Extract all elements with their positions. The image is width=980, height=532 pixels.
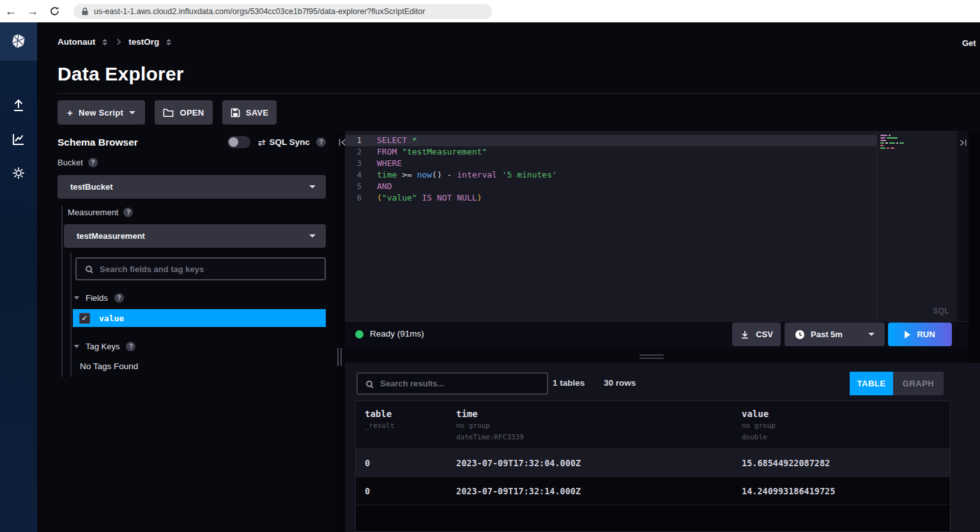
save-icon: [231, 108, 240, 118]
field-item-label: value: [99, 314, 124, 323]
header-right-text[interactable]: Get: [962, 38, 976, 48]
code-line[interactable]: 3WHERE: [345, 158, 877, 169]
folder-icon: [163, 108, 174, 118]
fields-section-toggle[interactable]: Fields ?: [74, 293, 124, 303]
browser-back-icon[interactable]: ←: [0, 4, 22, 19]
address-bar[interactable]: us-east-1-1.aws.cloud2.influxdata.com/or…: [73, 4, 492, 19]
results-search-input[interactable]: Search results...: [356, 372, 548, 395]
time-range-dropdown[interactable]: Past 5m: [785, 323, 885, 346]
table-cell: 2023-07-09T17:32:04.000Z: [456, 458, 581, 468]
time-range-value: Past 5m: [811, 330, 843, 339]
sync-arrows-icon: ⇄: [258, 137, 266, 148]
code-text: WHERE: [377, 158, 402, 169]
influxdb-logo[interactable]: [0, 22, 37, 61]
chevron-down-icon: [309, 234, 316, 238]
tag-keys-section-toggle[interactable]: Tag Keys ?: [74, 342, 135, 351]
suborg-switcher-icon[interactable]: [166, 39, 171, 45]
table-cell: 0: [365, 458, 370, 468]
measurement-dropdown[interactable]: testMeasurement: [64, 224, 326, 248]
code-line[interactable]: 5AND: [345, 181, 877, 192]
code-line[interactable]: 4time >= now() - interval '5 minutes': [345, 169, 877, 181]
code-line[interactable]: 1SELECT *: [345, 135, 877, 146]
line-number: 3: [345, 158, 371, 169]
schema-search-input[interactable]: Search fields and tag keys: [75, 257, 326, 280]
chevron-down-icon: [309, 185, 316, 188]
tag-keys-label: Tag Keys: [86, 342, 119, 351]
horizontal-splitter[interactable]: [639, 354, 664, 361]
tag-keys-help-icon[interactable]: ?: [126, 342, 135, 351]
editor-right-strip: [957, 131, 969, 321]
schema-browser-title: Schema Browser: [57, 137, 138, 148]
breadcrumb-suborg[interactable]: testOrg: [128, 37, 159, 47]
browser-toolbar: ← → us-east-1-1.aws.cloud2.influxdata.co…: [0, 0, 980, 22]
clock-icon: [795, 330, 805, 340]
bucket-dropdown[interactable]: testBucket: [57, 175, 326, 199]
vertical-splitter[interactable]: [335, 131, 345, 532]
page-title: Data Explorer: [57, 63, 184, 85]
sql-sync-help-icon[interactable]: ?: [316, 137, 326, 147]
sql-editor[interactable]: 1SELECT *2FROM "testMeasurement"3WHERE4t…: [345, 131, 957, 321]
run-button[interactable]: RUN: [888, 323, 952, 346]
table-cell: 2023-07-09T17:32:14.000Z: [456, 486, 581, 496]
fields-help-icon[interactable]: ?: [114, 293, 124, 303]
bucket-label-row: Bucket ?: [57, 158, 98, 167]
table-row[interactable]: 02023-07-09T17:32:04.000Z15.685449220872…: [356, 449, 950, 477]
editor-language-label: SQL: [933, 307, 949, 315]
schema-search-placeholder: Search fields and tag keys: [100, 264, 204, 274]
data-explorer-nav-icon[interactable]: [0, 132, 37, 146]
collapse-caret-icon: [74, 345, 79, 348]
tab-graph[interactable]: GRAPH: [893, 372, 944, 395]
editor-minimap[interactable]: [880, 135, 919, 150]
title-divider: [57, 93, 980, 94]
results-search-placeholder: Search results...: [380, 379, 444, 388]
minimap-divider: [877, 131, 877, 321]
sql-sync-toggle[interactable]: [227, 136, 250, 148]
no-tags-text: No Tags Found: [80, 361, 138, 371]
lock-icon: [81, 7, 89, 16]
schema-browser-header: Schema Browser ⇄ SQL Sync ?: [57, 136, 326, 148]
breadcrumb-org[interactable]: Autonaut: [57, 37, 95, 47]
play-icon: [905, 331, 910, 338]
field-checkbox[interactable]: ✓: [79, 313, 90, 324]
org-switcher-icon[interactable]: [102, 39, 107, 45]
field-item-value[interactable]: ✓ value: [73, 309, 326, 327]
fields-label: Fields: [86, 293, 108, 303]
open-button[interactable]: OPEN: [155, 100, 213, 125]
bucket-selected-value: testBucket: [70, 182, 112, 192]
search-icon: [86, 266, 92, 272]
sql-sync-label: SQL Sync: [269, 137, 310, 147]
csv-label: CSV: [756, 330, 773, 339]
upload-nav-icon[interactable]: [0, 98, 37, 113]
browser-forward-icon[interactable]: →: [22, 4, 43, 19]
save-label: SAVE: [246, 108, 269, 118]
browser-reload-icon[interactable]: [43, 6, 65, 17]
table-cell: 0: [365, 486, 370, 496]
bucket-help-icon[interactable]: ?: [88, 158, 98, 167]
csv-download-button[interactable]: CSV: [732, 323, 781, 346]
plus-icon: +: [67, 107, 73, 118]
bucket-label: Bucket: [57, 158, 83, 167]
measurement-help-icon[interactable]: ?: [123, 208, 133, 217]
tables-count: 1 tables: [553, 378, 585, 388]
open-label: OPEN: [180, 108, 204, 118]
code-line[interactable]: 6("value" IS NOT NULL): [345, 192, 877, 204]
code-lines: 1SELECT *2FROM "testMeasurement"3WHERE4t…: [345, 135, 877, 204]
code-text: AND: [377, 181, 392, 192]
new-script-label: New Script: [79, 108, 123, 118]
table-row[interactable]: 02023-07-09T17:32:14.000Z14.240993186419…: [356, 477, 950, 505]
tab-table[interactable]: TABLE: [850, 372, 893, 395]
line-number: 1: [345, 135, 371, 146]
settings-gear-icon[interactable]: [0, 166, 37, 180]
breadcrumb: Autonaut testOrg: [57, 37, 171, 47]
save-button[interactable]: SAVE: [222, 100, 277, 125]
collapse-right-icon[interactable]: [958, 138, 968, 148]
status-text: Ready (91ms): [370, 329, 424, 338]
code-line[interactable]: 2FROM "testMeasurement": [345, 146, 877, 158]
download-icon: [740, 330, 750, 340]
rows-count: 30 rows: [604, 378, 636, 388]
new-script-button[interactable]: + New Script: [57, 100, 145, 125]
table-cell: 15.68544922087282: [742, 458, 830, 468]
app-window: ← → us-east-1-1.aws.cloud2.influxdata.co…: [0, 0, 980, 532]
line-number: 2: [345, 146, 371, 158]
column-header: valueno groupdouble: [742, 409, 776, 442]
